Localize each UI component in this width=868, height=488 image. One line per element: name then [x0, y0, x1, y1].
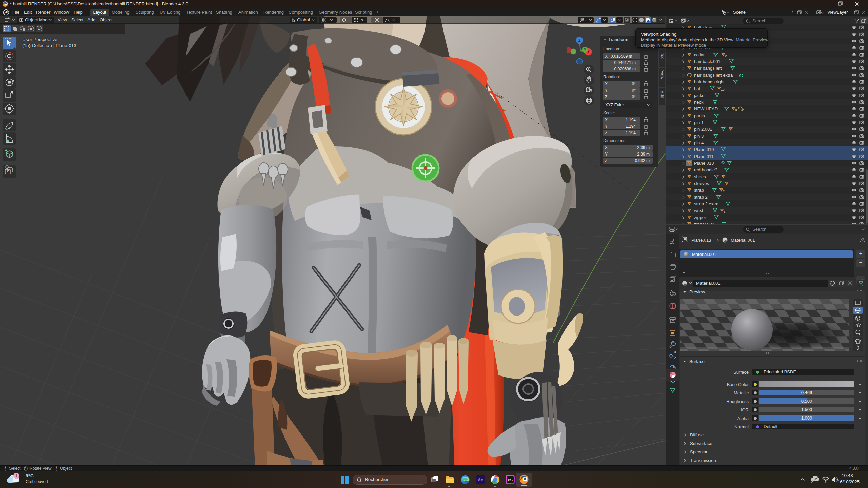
svg-text:Object Mode: Object Mode	[25, 17, 50, 22]
svg-text:PS: PS	[508, 478, 513, 482]
svg-text:Y: Y	[584, 48, 586, 52]
svg-text:Select: Select	[71, 17, 84, 22]
svg-text:Z: Z	[578, 38, 581, 42]
svg-text:Object: Object	[100, 17, 113, 22]
svg-text:Global: Global	[297, 17, 310, 22]
svg-text:1: 1	[15, 474, 17, 478]
svg-text:Add: Add	[87, 17, 95, 22]
svg-text:View: View	[58, 17, 67, 22]
svg-text:Ae: Ae	[478, 477, 483, 482]
